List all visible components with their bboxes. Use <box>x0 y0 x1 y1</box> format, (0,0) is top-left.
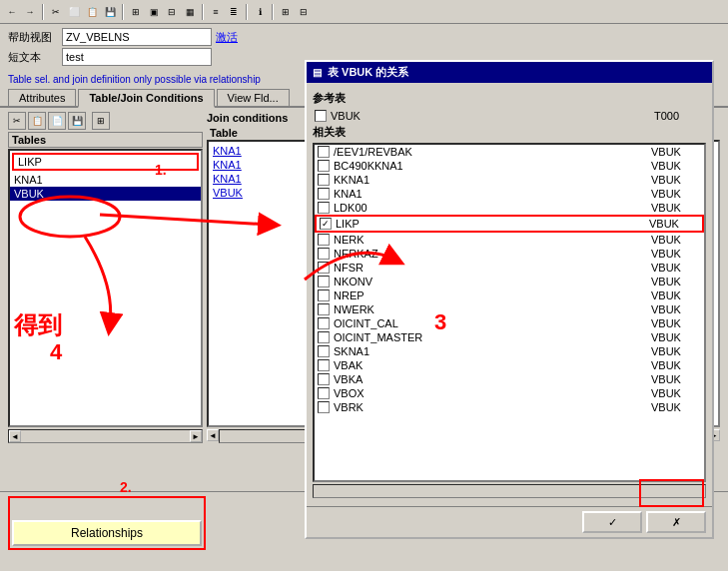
tables-list[interactable]: LIKP KNA1 VBUK <box>8 149 203 427</box>
related-code-1: VBUK <box>651 160 701 172</box>
related-name-6: NERK <box>334 234 647 246</box>
related-checkbox-0[interactable] <box>318 146 330 158</box>
panel-toolbar: ✂ 📋 📄 💾 ⊞ <box>8 112 203 130</box>
related-checkbox-5[interactable] <box>320 218 332 230</box>
grid-btn[interactable]: ⊞ <box>128 4 144 20</box>
edit-btn[interactable]: ✂ <box>48 4 64 20</box>
related-item-7[interactable]: NERKAZVBUK <box>315 247 704 261</box>
table-item-vbuk[interactable]: VBUK <box>10 187 201 201</box>
confirm-button[interactable]: ✓ <box>582 511 642 533</box>
tab-view-fld[interactable]: View Fld... <box>217 89 290 106</box>
related-item-12[interactable]: OICINT_CALVBUK <box>315 316 704 330</box>
table-item-kna1[interactable]: KNA1 <box>10 173 201 187</box>
table-hscroll[interactable]: ◄ ► <box>8 429 203 443</box>
join-table2-2[interactable]: VBUK <box>213 187 273 199</box>
related-item-10[interactable]: NREPVBUK <box>315 288 704 302</box>
ref-table-name: VBUK <box>331 110 650 122</box>
short-text-input[interactable] <box>62 48 212 66</box>
copy2-btn[interactable]: 📋 <box>28 112 46 130</box>
related-name-2: KKNA1 <box>334 174 647 186</box>
save2-btn[interactable]: 💾 <box>68 112 86 130</box>
table-btn[interactable]: ⊟ <box>296 4 312 20</box>
box-btn[interactable]: ▣ <box>146 4 162 20</box>
info-btn[interactable]: ℹ <box>252 4 268 20</box>
related-checkbox-8[interactable] <box>318 262 330 274</box>
related-item-8[interactable]: NFSRVBUK <box>315 261 704 275</box>
related-checkbox-12[interactable] <box>318 317 330 329</box>
cut-btn[interactable]: ✂ <box>8 112 26 130</box>
related-item-2[interactable]: KKNA1VBUK <box>315 173 704 187</box>
relationships-button[interactable]: Relationships <box>12 520 202 546</box>
related-item-9[interactable]: NKONVVBUK <box>315 275 704 288</box>
related-code-17: VBUK <box>651 387 701 399</box>
related-item-15[interactable]: VBAKVBUK <box>315 358 704 372</box>
related-checkbox-10[interactable] <box>318 289 330 301</box>
ref-checkbox[interactable] <box>315 110 327 122</box>
grid4-btn[interactable]: ⊞ <box>92 112 110 130</box>
related-item-3[interactable]: KNA1VBUK <box>315 187 704 201</box>
tab-join-conditions[interactable]: Table/Join Conditions <box>78 89 214 108</box>
modal-title: 表 VBUK 的关系 <box>328 65 408 80</box>
related-item-11[interactable]: NWERKVBUK <box>315 302 704 316</box>
minus-btn[interactable]: ⊟ <box>164 4 180 20</box>
related-code-7: VBUK <box>651 248 701 260</box>
activate-link[interactable]: 激活 <box>216 30 238 45</box>
grid3-btn[interactable]: ⊞ <box>278 4 294 20</box>
related-name-0: /EEV1/REVBAK <box>334 146 647 158</box>
list2-btn[interactable]: ≣ <box>226 4 242 20</box>
copy-btn[interactable]: ⬜ <box>66 4 82 20</box>
paste2-btn[interactable]: 📄 <box>48 112 66 130</box>
scroll-left[interactable]: ◄ <box>9 430 21 442</box>
related-checkbox-17[interactable] <box>318 387 330 399</box>
related-checkbox-9[interactable] <box>318 276 330 287</box>
related-item-6[interactable]: NERKVBUK <box>315 233 704 247</box>
grid2-btn[interactable]: ▦ <box>182 4 198 20</box>
related-code-11: VBUK <box>651 303 701 315</box>
related-checkbox-14[interactable] <box>318 345 330 357</box>
related-checkbox-7[interactable] <box>318 248 330 260</box>
related-item-18[interactable]: VBRKVBUK <box>315 400 704 414</box>
related-item-4[interactable]: LDK00VBUK <box>315 201 704 215</box>
related-name-7: NERKAZ <box>334 248 647 260</box>
related-checkbox-2[interactable] <box>318 174 330 186</box>
list-btn[interactable]: ≡ <box>208 4 224 20</box>
related-item-13[interactable]: OICINT_MASTERVBUK <box>315 330 704 344</box>
related-checkbox-13[interactable] <box>318 331 330 343</box>
related-item-0[interactable]: /EEV1/REVBAKVBUK <box>315 145 704 159</box>
toolbar: ← → ✂ ⬜ 📋 💾 ⊞ ▣ ⊟ ▦ ≡ ≣ ℹ ⊞ ⊟ <box>0 0 728 24</box>
related-name-17: VBOX <box>334 387 647 399</box>
related-code-0: VBUK <box>651 146 701 158</box>
forward-btn[interactable]: → <box>22 4 38 20</box>
cancel-button[interactable]: ✗ <box>646 511 706 533</box>
ref-table-row: VBUK T000 <box>313 109 706 123</box>
related-item-5[interactable]: LIKPVBUK <box>315 215 704 233</box>
related-checkbox-1[interactable] <box>318 160 330 172</box>
related-item-14[interactable]: SKNA1VBUK <box>315 344 704 358</box>
related-checkbox-3[interactable] <box>318 188 330 200</box>
join-table2-1[interactable]: KNA1 <box>213 173 273 185</box>
related-item-1[interactable]: BC490KKNA1VBUK <box>315 159 704 173</box>
scroll-right[interactable]: ► <box>190 430 202 442</box>
related-checkbox-15[interactable] <box>318 359 330 371</box>
help-view-row: 帮助视图 激活 <box>8 28 720 46</box>
related-item-16[interactable]: VBKAVBUK <box>315 372 704 386</box>
join-table1-1[interactable]: KNA1 <box>213 145 273 157</box>
related-item-17[interactable]: VBOXVBUK <box>315 386 704 400</box>
separator1 <box>42 4 44 20</box>
related-name-8: NFSR <box>334 262 647 274</box>
help-view-label: 帮助视图 <box>8 30 58 45</box>
join-scroll-left[interactable]: ◄ <box>207 429 219 441</box>
related-list[interactable]: /EEV1/REVBAKVBUKBC490KKNA1VBUKKKNA1VBUKK… <box>313 143 706 482</box>
back-btn[interactable]: ← <box>4 4 20 20</box>
related-checkbox-4[interactable] <box>318 202 330 214</box>
help-view-input[interactable] <box>62 28 212 46</box>
related-checkbox-6[interactable] <box>318 234 330 246</box>
join-table1-2[interactable]: KNA1 <box>213 159 273 171</box>
related-checkbox-16[interactable] <box>318 373 330 385</box>
table-item-likp[interactable]: LIKP <box>12 153 199 171</box>
related-checkbox-18[interactable] <box>318 401 330 413</box>
paste-btn[interactable]: 📋 <box>84 4 100 20</box>
save-btn[interactable]: 💾 <box>102 4 118 20</box>
related-checkbox-11[interactable] <box>318 303 330 315</box>
tab-attributes[interactable]: Attributes <box>8 89 76 106</box>
